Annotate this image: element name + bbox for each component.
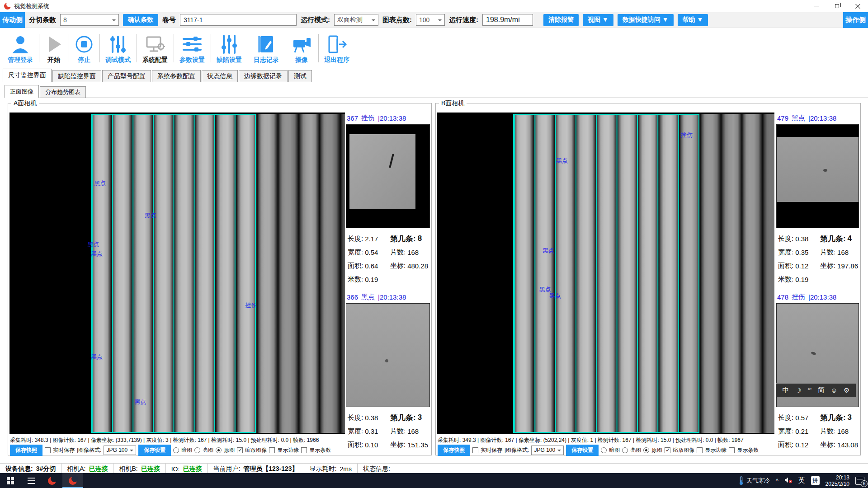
defect-type: 挫伤	[361, 114, 375, 122]
original-image-label: 原图	[224, 446, 235, 454]
defect-label: 黑点	[91, 250, 103, 258]
ime-mode-button[interactable]: 中	[782, 386, 789, 394]
show-edge-checkbox[interactable]	[269, 447, 275, 453]
save-snapshot-button[interactable]: 保存快照	[10, 445, 42, 456]
defect-label: 黑点	[134, 398, 146, 406]
run-speed-text: 198.9m/mi	[486, 16, 520, 24]
data-quick-access-button[interactable]: 数据快捷访问 ▼	[618, 14, 674, 26]
start-button[interactable]	[0, 473, 21, 488]
image-format-select[interactable]: JPG 100	[531, 446, 564, 455]
roll-number-value: 3117-1	[184, 16, 203, 23]
tab-edge-data-record[interactable]: 边缘数据记录	[239, 70, 288, 82]
exit-program-button[interactable]: 退出程序	[318, 28, 355, 67]
realtime-save-checkbox[interactable]	[472, 447, 478, 453]
weather-widget[interactable]: 天气寒冷	[738, 476, 770, 485]
defect-settings-button[interactable]: 缺陷设置	[211, 28, 248, 67]
view-menu-button[interactable]: 视图 ▼	[583, 14, 613, 26]
language-indicator[interactable]: 英	[798, 476, 805, 485]
tab-front-image[interactable]: 正面图像	[5, 85, 39, 98]
realtime-save-checkbox[interactable]	[45, 447, 51, 453]
system-config-button[interactable]: 系统配置	[137, 28, 174, 67]
camera-a-image[interactable]: 黑点黑点黑点黑点挫伤黑点黑点	[9, 113, 345, 434]
camera-a-title: A面相机	[11, 99, 39, 108]
chart-points-select[interactable]: 100	[416, 14, 445, 26]
clear-alarm-button[interactable]: 清除报警	[543, 14, 579, 26]
close-button[interactable]	[847, 0, 868, 12]
taskbar-clock[interactable]: 20:13 2025/2/10	[826, 474, 849, 487]
defect-length: 2.17	[365, 235, 378, 243]
zoom-image-label: 缩放图像	[245, 446, 267, 454]
bright-image-radio[interactable]	[194, 447, 200, 453]
help-menu-button[interactable]: 帮助 ▼	[678, 14, 708, 26]
minimize-button[interactable]	[806, 0, 826, 12]
taskbar-app-1[interactable]	[42, 473, 62, 488]
admin-login-button[interactable]: 管理登录	[2, 28, 39, 67]
ime-simplified-button[interactable]: 简	[818, 386, 825, 394]
tab-product-model-config[interactable]: 产品型号配置	[102, 70, 151, 82]
run-mode-value: 双面检测	[337, 16, 363, 24]
ime-punctuation-icon[interactable]: °’	[807, 386, 811, 394]
stop-button[interactable]: 停止	[69, 28, 99, 67]
tab-defect-monitor[interactable]: 缺陷监控界面	[52, 70, 101, 82]
camera-b-image[interactable]: 挫伤黑点黑点黑点黑点	[437, 113, 774, 434]
tab-system-param-config[interactable]: 系统参数配置	[152, 70, 201, 82]
tab-status-info[interactable]: 状态信息	[202, 70, 238, 82]
save-settings-button[interactable]: 保存设置	[138, 445, 171, 456]
restore-button[interactable]	[826, 0, 847, 12]
dark-image-label: 暗图	[181, 446, 192, 454]
video-camera-icon	[291, 33, 312, 56]
original-image-radio[interactable]	[216, 447, 222, 453]
show-edge-label: 显示边缘	[277, 446, 299, 454]
show-edge-checkbox[interactable]	[697, 447, 703, 453]
taskbar-app-2-active[interactable]	[62, 473, 83, 488]
debug-mode-button[interactable]: 调试模式	[99, 28, 137, 67]
run-mode-select[interactable]: 双面检测	[334, 14, 378, 26]
camera-b-status-segment: 相机B: 已连接	[113, 464, 165, 474]
task-view-button[interactable]	[21, 473, 42, 488]
defect-header: 479 黑点 |20:13:38	[776, 113, 859, 124]
save-snapshot-button[interactable]: 保存快照	[438, 445, 470, 456]
drive-side-button[interactable]: 传动侧	[0, 12, 25, 28]
tab-distribution-trend-chart[interactable]: 分布趋势图表	[40, 86, 86, 98]
tray-expand-button[interactable]: ^	[776, 478, 778, 484]
operate-side-button[interactable]: 操作侧	[843, 12, 868, 28]
defect-area: 0.10	[365, 441, 378, 449]
confirm-count-button[interactable]: 确认条数	[123, 14, 158, 26]
io-status-segment: IO: 已连接	[166, 464, 208, 474]
ime-settings-gear-icon[interactable]: ⚙	[844, 386, 849, 394]
roll-number-input[interactable]: 3117-1	[180, 14, 297, 26]
roll-label: 卷号	[162, 16, 176, 24]
zoom-image-checkbox[interactable]	[665, 447, 670, 453]
param-settings-button[interactable]: 参数设置	[174, 28, 211, 67]
ime-pinyin-indicator[interactable]: 拼	[811, 476, 820, 485]
capture-button[interactable]: 摄像	[285, 28, 318, 67]
image-format-select[interactable]: JPG 100	[104, 446, 136, 455]
original-image-radio[interactable]	[643, 447, 649, 453]
bright-image-radio[interactable]	[622, 447, 628, 453]
current-user-segment: 当前用户: 管理员【123-123】	[208, 464, 304, 474]
slit-count-select[interactable]: 8	[60, 14, 119, 26]
device-value: 3#分切	[36, 465, 56, 473]
ime-emoji-icon[interactable]: ☺	[830, 386, 837, 394]
show-count-checkbox[interactable]	[301, 447, 307, 453]
defect-card[interactable]: 366 黑点 |20:13:38 长度:0.38 宽度:0.31 面积:0.10…	[346, 291, 430, 454]
defect-card[interactable]: 479 黑点 |20:13:38 长度:0.38 宽度:0.35 面积:0.12…	[776, 113, 859, 286]
zoom-image-checkbox[interactable]	[237, 447, 243, 453]
volume-muted-button[interactable]	[784, 477, 793, 485]
start-button[interactable]: 开始	[39, 28, 69, 67]
defect-width: 0.35	[795, 249, 808, 256]
dark-image-radio[interactable]	[601, 447, 607, 453]
tab-size-monitor[interactable]: 尺寸监控界面	[3, 69, 52, 82]
ime-halfwidth-icon[interactable]: ☽	[795, 386, 801, 394]
save-settings-button[interactable]: 保存设置	[566, 445, 599, 456]
log-record-button[interactable]: 日志记录	[248, 28, 285, 67]
defect-width: 0.54	[365, 249, 378, 256]
show-count-checkbox[interactable]	[729, 447, 735, 453]
tab-test[interactable]: 测试	[288, 70, 312, 82]
camera-b-panel: B面相机 挫伤黑点黑点黑点黑点 479 黑点 |20:13:38 长度:0.38…	[435, 103, 861, 455]
original-image-label: 原图	[651, 446, 662, 454]
defect-card[interactable]: 367 挫伤 |20:13:38 长度:2.17 宽度:0.54 面积:0.64…	[346, 113, 430, 286]
notification-center-button[interactable]: 6	[855, 477, 864, 485]
dark-image-radio[interactable]	[173, 447, 179, 453]
defect-card[interactable]: 478 挫伤 |20:13:38 长度:0.57 宽度:0.21 面积:0.12…	[776, 291, 859, 454]
